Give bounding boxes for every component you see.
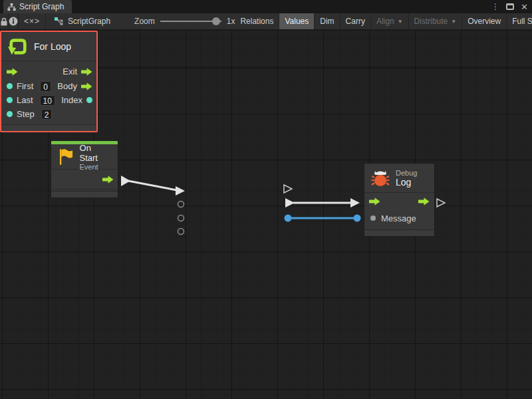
info-icon — [9, 17, 18, 26]
align-dropdown[interactable]: Align ▼ — [371, 13, 409, 29]
flow-arrow-icon[interactable] — [418, 198, 430, 205]
script-graph-icon — [54, 17, 64, 26]
forloop-last-port[interactable] — [178, 215, 184, 221]
message-port-dot[interactable] — [370, 215, 376, 221]
distribute-dropdown[interactable]: Distribute ▼ — [409, 13, 463, 29]
chevron-down-icon: ▼ — [398, 19, 403, 25]
debug-header[interactable]: Debug Log — [364, 164, 434, 193]
values-button[interactable]: Values — [279, 13, 315, 29]
graph-breadcrumb[interactable]: ScriptGraph — [46, 13, 117, 29]
debug-message-port[interactable] — [354, 215, 361, 222]
wire-onstart-to-forloop[interactable] — [128, 181, 177, 190]
onstart-header[interactable]: On Start Event — [51, 144, 118, 170]
debug-input-arrowhead[interactable] — [350, 198, 360, 207]
forloop-step-port[interactable] — [178, 229, 184, 235]
onstart-title: On Start — [80, 143, 111, 163]
node-on-start[interactable]: On Start Event — [51, 140, 118, 198]
zoom-slider-handle[interactable] — [212, 17, 220, 25]
graph-hierarchy-icon — [7, 3, 16, 11]
flow-arrow-icon[interactable] — [369, 198, 380, 205]
forloop-first-port[interactable] — [178, 201, 184, 207]
forloop-body-port[interactable] — [285, 198, 295, 207]
graph-toolbar: <×> ScriptGraph Zoom 1x Relations Values… — [0, 13, 532, 30]
relations-button[interactable]: Relations — [235, 13, 279, 29]
title-bar: Script Graph ⋮ ✕ — [0, 0, 532, 13]
debug-footer — [364, 229, 434, 236]
wire-layer — [0, 31, 532, 399]
flow-arrow-icon — [102, 176, 114, 184]
debug-category: Debug — [396, 169, 417, 177]
window-menu-icon[interactable]: ⋮ — [491, 2, 499, 11]
maximize-icon[interactable] — [506, 3, 514, 10]
node-debug-log[interactable]: Debug Log Message — [364, 163, 435, 237]
chevron-down-icon: ▼ — [451, 19, 456, 25]
code-preview-button[interactable]: <×> — [19, 13, 46, 29]
overview-button[interactable]: Overview — [462, 13, 507, 29]
zoom-value: 1x — [227, 17, 235, 26]
debug-flow-row — [364, 193, 434, 210]
zoom-slider[interactable] — [160, 17, 221, 26]
lock-icon — [0, 17, 8, 26]
graph-canvas[interactable]: On Start Event For Loop — [0, 31, 532, 399]
dim-button[interactable]: Dim — [315, 13, 340, 29]
onstart-flow-row[interactable] — [51, 170, 118, 190]
close-icon[interactable]: ✕ — [521, 3, 528, 11]
tab-script-graph[interactable]: Script Graph — [3, 0, 72, 13]
debug-output-port[interactable] — [437, 199, 445, 207]
lock-button[interactable] — [0, 13, 9, 29]
flag-icon — [58, 148, 74, 166]
debug-message-row[interactable]: Message — [364, 210, 434, 226]
forloop-input-arrowhead[interactable] — [176, 186, 185, 196]
info-button[interactable] — [9, 13, 19, 29]
carry-button[interactable]: Carry — [340, 13, 371, 29]
zoom-label: Zoom — [134, 17, 155, 26]
graph-name: ScriptGraph — [68, 17, 110, 26]
onstart-footer — [51, 191, 118, 198]
forloop-exit-port[interactable] — [284, 185, 292, 193]
debug-title: Log — [396, 177, 417, 188]
bug-icon — [371, 169, 390, 188]
tab-label: Script Graph — [19, 2, 64, 11]
message-label: Message — [381, 213, 416, 223]
full-screen-button[interactable]: Full Screen — [507, 13, 532, 29]
zoom-control: Zoom 1x — [134, 13, 235, 29]
